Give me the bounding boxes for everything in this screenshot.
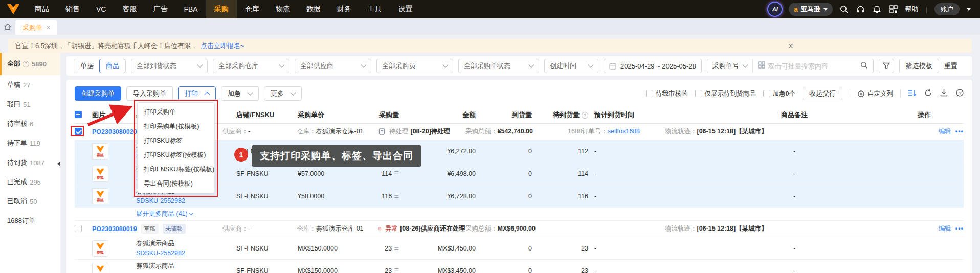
account-chevron-icon[interactable] bbox=[967, 8, 971, 11]
ai-assistant-button[interactable]: AI bbox=[768, 3, 782, 16]
edit-link[interactable]: 编辑 bbox=[939, 128, 951, 135]
menu-item-print-po-template[interactable]: 打印采购单(按模板) bbox=[138, 119, 214, 133]
qty-detail-icon[interactable]: ☰ bbox=[394, 193, 399, 199]
sidebar-item-pending-review[interactable]: 待审核6 bbox=[0, 114, 60, 133]
sidebar-item-1688-orders[interactable]: 1688订单 bbox=[0, 211, 60, 231]
sidebar-item-pending-arrival[interactable]: 待到货1087 bbox=[0, 153, 60, 172]
download-icon[interactable] bbox=[940, 89, 948, 98]
more-actions-icon[interactable]: ••• bbox=[955, 128, 964, 135]
expand-more-products-link[interactable]: 展开更多商品 (41) bbox=[75, 208, 964, 221]
po-number-link[interactable]: PO2303080020 bbox=[92, 128, 137, 135]
nav-item-service[interactable]: 客服 bbox=[114, 0, 145, 18]
arrival-status-select[interactable]: 全部到货状态 bbox=[131, 59, 208, 73]
nav-item-tools[interactable]: 工具 bbox=[360, 0, 390, 18]
apps-grid-icon[interactable] bbox=[889, 5, 898, 14]
nav-item-finance[interactable]: 财务 bbox=[329, 0, 360, 18]
create-po-button[interactable]: 创建采购单 bbox=[75, 86, 121, 101]
po-status-select[interactable]: 全部采购单状态 bbox=[458, 59, 539, 73]
product-thumbnail[interactable]: 赛狐 bbox=[92, 166, 108, 182]
bell-icon[interactable] bbox=[873, 5, 882, 14]
platform-switcher[interactable]: a 亚马逊 bbox=[789, 3, 832, 16]
nav-item-logistics[interactable]: 物流 bbox=[268, 0, 298, 18]
qty-detail-icon[interactable]: ☰ bbox=[394, 170, 399, 177]
checkbox-icon[interactable] bbox=[763, 90, 770, 97]
qty-detail-icon[interactable]: ☰ bbox=[394, 245, 399, 252]
edit-link[interactable]: 编辑 bbox=[939, 225, 951, 232]
announcement-close-icon[interactable]: ✕ bbox=[788, 42, 794, 50]
buyer-select[interactable]: 全部采购员 bbox=[376, 59, 453, 73]
segment-doc[interactable]: 单据 bbox=[74, 59, 100, 73]
warehouse-select[interactable]: 全部采购仓库 bbox=[213, 59, 289, 73]
nav-item-data[interactable]: 数据 bbox=[298, 0, 329, 18]
checkbox-icon[interactable] bbox=[646, 90, 653, 97]
sellfox-logo-icon[interactable] bbox=[0, 4, 27, 15]
order1688-link[interactable]: sellfox1688 bbox=[608, 128, 640, 135]
sidebar-item-cancelled[interactable]: 已取消50 bbox=[0, 192, 60, 211]
filter-template-button[interactable]: 筛选模板 bbox=[899, 59, 939, 73]
search-input[interactable] bbox=[768, 62, 855, 70]
advanced-filter-button[interactable] bbox=[879, 59, 894, 73]
product-sku-link[interactable]: SDSKU-2552982 bbox=[136, 271, 236, 273]
product-thumbnail[interactable]: 赛狐 bbox=[92, 143, 108, 160]
row-checkbox[interactable] bbox=[75, 225, 82, 232]
more-actions-icon[interactable]: ••• bbox=[955, 225, 964, 232]
segment-product[interactable]: 商品 bbox=[99, 59, 126, 73]
more-dropdown-button[interactable]: 更多 bbox=[264, 86, 302, 101]
product-thumbnail[interactable]: 赛狐 bbox=[92, 188, 108, 204]
account-button[interactable]: 账户 bbox=[934, 3, 960, 15]
nav-item-settings[interactable]: 设置 bbox=[390, 0, 421, 18]
reset-button[interactable]: 重置 bbox=[944, 61, 957, 71]
nav-item-sales[interactable]: 销售 bbox=[57, 0, 88, 18]
refresh-icon[interactable] bbox=[924, 89, 932, 98]
date-range-picker[interactable]: 2025-04-29 ~ 2025-05-28 bbox=[604, 59, 702, 73]
help-circle-icon[interactable]: ? bbox=[956, 89, 964, 98]
custom-columns-button[interactable]: 自定义列 bbox=[857, 89, 893, 98]
menu-item-print-sku-label[interactable]: 打印SKU标签 bbox=[138, 133, 214, 148]
select-all-checkbox[interactable] bbox=[75, 111, 82, 118]
column-sort-icon[interactable] bbox=[908, 89, 916, 98]
import-po-button[interactable]: 导入采购单 bbox=[126, 86, 173, 101]
sidebar-item-all[interactable]: 全部 ? 5890 bbox=[0, 53, 60, 75]
checkbox-icon[interactable] bbox=[695, 90, 702, 97]
time-field-select[interactable]: 创建时间 bbox=[544, 59, 598, 73]
checkbox-my-review[interactable]: 待我审核的 bbox=[646, 89, 688, 98]
product-sku-link[interactable]: SDSKU-2552982 bbox=[136, 196, 236, 206]
headset-icon[interactable] bbox=[856, 5, 865, 14]
product-thumbnail[interactable]: 赛狐 bbox=[92, 240, 108, 257]
supplier-select[interactable]: 全部供应商 bbox=[295, 59, 371, 73]
qty-detail-icon[interactable]: ☰ bbox=[394, 267, 399, 273]
sidebar-item-completed[interactable]: 已完成295 bbox=[0, 172, 60, 192]
product-sku-link[interactable]: SDSKU-2552982 bbox=[136, 248, 236, 258]
sidebar-item-draft[interactable]: 草稿27 bbox=[0, 75, 60, 95]
menu-item-print-sku-label-template[interactable]: 打印SKU标签(按模板) bbox=[138, 148, 214, 162]
tab-close-icon[interactable]: × bbox=[47, 24, 50, 31]
nav-item-fba[interactable]: FBA bbox=[175, 0, 206, 18]
search-icon[interactable] bbox=[860, 61, 868, 71]
nav-item-ads[interactable]: 广告 bbox=[145, 0, 175, 18]
announcement-signup-link[interactable]: 点击立即报名~ bbox=[201, 41, 244, 51]
checkbox-urgent[interactable]: 加急0 个 bbox=[763, 89, 795, 98]
urgent-dropdown-button[interactable]: 加急 bbox=[221, 86, 259, 101]
tab-purchase-orders[interactable]: 采购单 × bbox=[15, 20, 57, 35]
home-tab-button[interactable] bbox=[0, 18, 15, 35]
help-link[interactable]: 帮助 bbox=[905, 5, 919, 14]
row-checkbox[interactable] bbox=[75, 128, 82, 135]
nav-item-vc[interactable]: VC bbox=[88, 0, 114, 18]
chevron-down-icon bbox=[742, 62, 748, 67]
menu-item-print-po[interactable]: 打印采购单 bbox=[138, 105, 214, 119]
sidebar-item-rejected[interactable]: 驳回51 bbox=[0, 95, 60, 114]
print-dropdown-button[interactable]: 打印 bbox=[178, 86, 216, 101]
menu-item-print-fnsku-label-template[interactable]: 打印FNSKU标签(按模板) bbox=[138, 162, 214, 176]
search-icon[interactable] bbox=[840, 5, 849, 14]
collapse-parent-rows-button[interactable]: 收起父行 bbox=[803, 87, 842, 100]
sidebar-item-pending-order[interactable]: 待下单119 bbox=[0, 133, 60, 153]
search-field-select[interactable]: 采购单号 bbox=[707, 59, 753, 73]
product-thumbnail[interactable]: 赛狐 bbox=[92, 263, 108, 273]
nav-item-purchase[interactable]: 采购 bbox=[206, 0, 237, 18]
nav-item-products[interactable]: 商品 bbox=[27, 0, 57, 18]
checkbox-pending-goods-only[interactable]: 仅展示待到货商品 bbox=[695, 89, 756, 98]
menu-item-export-contract-template[interactable]: 导出合同(按模板) bbox=[138, 176, 214, 191]
sidebar-collapse-arrow[interactable] bbox=[57, 161, 60, 166]
nav-item-warehouse[interactable]: 仓库 bbox=[237, 0, 268, 18]
po-number-link[interactable]: PO2303080019 bbox=[92, 225, 137, 233]
